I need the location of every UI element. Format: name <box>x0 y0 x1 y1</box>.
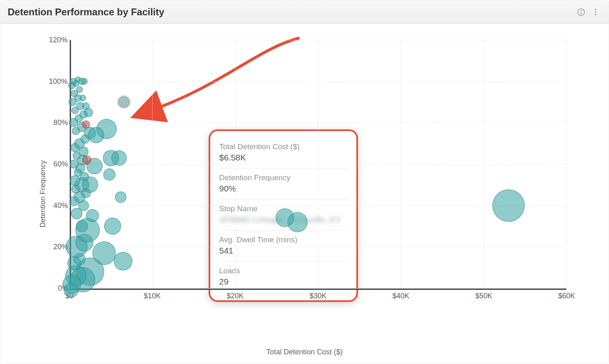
bubble[interactable] <box>276 208 294 227</box>
bubble[interactable] <box>82 121 90 129</box>
svg-point-2 <box>581 10 582 10</box>
card-title: Detention Performance by Facility <box>8 6 572 18</box>
tooltip-label: Total Detention Cost ($) <box>219 142 347 151</box>
bubble[interactable] <box>104 218 121 235</box>
y-tick-label: 80% <box>53 119 68 127</box>
bubble[interactable] <box>114 252 132 270</box>
chart-card: Detention Performance by Facility Detent… <box>0 0 609 364</box>
bubble[interactable] <box>76 86 83 93</box>
y-tick-label: 100% <box>49 77 67 85</box>
bubble[interactable] <box>88 127 104 143</box>
tooltip-item: Detention Frequency90% <box>219 168 347 200</box>
x-axis-label: Total Detention Cost ($) <box>266 348 343 356</box>
y-tick-label: 40% <box>53 201 68 210</box>
tooltip-item: Avg. Dwell Time (mins)541 <box>219 231 347 262</box>
bubble[interactable] <box>76 220 88 232</box>
bubble[interactable] <box>70 175 80 186</box>
bubble[interactable] <box>86 209 99 222</box>
bubble[interactable] <box>82 102 90 110</box>
bubble[interactable] <box>492 189 525 222</box>
plot-region[interactable]: Total Detention Cost ($)$6.58KDetention … <box>69 40 566 288</box>
x-tick-label: $30K <box>310 292 326 300</box>
tooltip-value: $6.58K <box>219 153 347 162</box>
bubble[interactable] <box>81 78 88 85</box>
y-axis-label: Detention Frequency <box>39 160 47 227</box>
bubble[interactable] <box>115 191 126 203</box>
info-icon[interactable] <box>576 6 587 18</box>
y-tick-label: 120% <box>49 36 67 44</box>
annotation-arrow <box>211 36 316 133</box>
tooltip-label: Detention Frequency <box>219 173 347 182</box>
bubble[interactable] <box>75 77 81 82</box>
svg-point-5 <box>595 14 596 15</box>
bubble[interactable] <box>111 150 127 166</box>
bubble[interactable] <box>64 283 78 297</box>
tooltip-label: Avg. Dwell Time (mins) <box>219 235 347 244</box>
bubble[interactable] <box>103 168 115 181</box>
tooltip-label: Loads <box>219 266 347 275</box>
svg-point-3 <box>595 8 596 10</box>
x-tick-label: $10K <box>144 292 161 300</box>
tooltip-value: 29 <box>219 277 347 287</box>
card-header: Detention Performance by Facility <box>0 0 609 24</box>
x-tick-label: $40K <box>392 292 409 300</box>
tooltip-value: 90% <box>219 184 347 193</box>
more-menu-icon[interactable] <box>590 6 601 18</box>
y-tick-label: 60% <box>53 160 68 168</box>
x-tick-label: $50K <box>475 292 492 300</box>
tooltip-value: 541 <box>219 246 347 256</box>
bubble[interactable] <box>80 95 86 101</box>
x-tick-label: $20K <box>227 292 244 300</box>
x-tick-label: $60K <box>558 292 575 300</box>
chart-area: Detention Frequency Total Detention Cost… <box>0 24 609 364</box>
svg-point-4 <box>595 11 596 13</box>
bubble[interactable] <box>82 156 91 164</box>
bubble-selected[interactable] <box>118 96 130 108</box>
tooltip-item: Loads29 <box>219 262 347 292</box>
